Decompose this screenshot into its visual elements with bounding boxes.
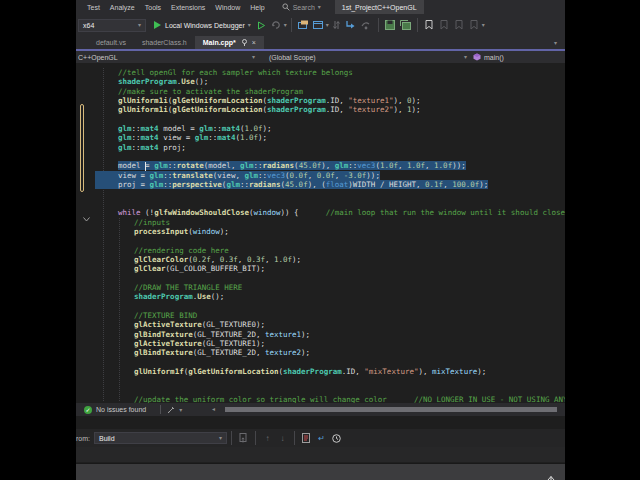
- pin-icon[interactable]: [241, 39, 248, 47]
- platform-combo[interactable]: x64 ▾: [78, 19, 146, 32]
- code-line[interactable]: shaderProgram.Use();: [76, 292, 565, 301]
- bookmark-caret-icon[interactable]: ▾: [482, 22, 485, 28]
- menu-tools[interactable]: Tools: [140, 4, 166, 11]
- output-source-value: Build: [99, 435, 115, 442]
- hot-reload-icon[interactable]: [270, 18, 283, 32]
- app-window-caret-icon[interactable]: ▾: [326, 22, 329, 28]
- step-into-icon[interactable]: [345, 18, 358, 32]
- hscroll-left-arrow-icon[interactable]: ◂: [212, 406, 215, 413]
- code-line[interactable]: //rendering code here: [76, 246, 565, 255]
- debug-target-caret-icon[interactable]: ▾: [248, 22, 251, 28]
- code-line[interactable]: [76, 386, 565, 395]
- save-file-icon[interactable]: [384, 18, 397, 32]
- docwell-caret-icon[interactable]: ▾: [554, 40, 557, 49]
- attach-to-process-icon[interactable]: [297, 18, 310, 32]
- code-cleanup-icon[interactable]: [167, 405, 176, 415]
- next-message-icon[interactable]: ↓: [276, 432, 289, 445]
- output-toolbar: rom: Build ▾ ↑ ↓ ↵: [76, 429, 565, 447]
- hscroll-thumb[interactable]: [225, 407, 557, 412]
- code-line[interactable]: [76, 358, 565, 367]
- scope-caret-icon: ▾: [464, 54, 467, 60]
- code-line[interactable]: [76, 236, 565, 245]
- code-line[interactable]: glm::mat4 proj;: [76, 143, 565, 152]
- solution-title: 1st_ProjectC++OpenGL: [335, 0, 424, 14]
- menu-test[interactable]: Test: [82, 4, 105, 11]
- bookmark-prev-icon[interactable]: [438, 18, 451, 32]
- code-line[interactable]: proj = glm::perspective(glm::radians(45.…: [76, 180, 565, 189]
- code-line[interactable]: //update the uniform color so triangle w…: [76, 395, 565, 403]
- code-line[interactable]: //DRAW THE TRIANGLE HERE: [76, 283, 565, 292]
- code-line[interactable]: glm::mat4 view = glm::mat4(1.0f);: [76, 133, 565, 142]
- toolbar-separator: [291, 18, 292, 32]
- hot-reload-caret-icon[interactable]: ▾: [284, 22, 287, 28]
- health-status: No issues found: [96, 406, 146, 413]
- code-line[interactable]: //TEXTURE BIND: [76, 311, 565, 320]
- code-line[interactable]: [76, 274, 565, 283]
- health-check-icon: ✓: [84, 406, 92, 414]
- code-line[interactable]: while (!glfwWindowShouldClose(window)) {…: [76, 208, 565, 217]
- text-caret: [145, 162, 146, 171]
- selected-text: model = glm::rotate(model, glm::radians(…: [118, 161, 466, 170]
- code-line[interactable]: glm::mat4 model = glm::mat4(1.0f);: [76, 124, 565, 133]
- output-source-combo[interactable]: Build ▾: [94, 432, 227, 444]
- code-line[interactable]: glUniform1i(glGetUniformLocation(shaderP…: [76, 96, 565, 105]
- output-content[interactable]: [76, 447, 565, 462]
- save-all-icon[interactable]: [399, 18, 412, 32]
- step-over-icon[interactable]: [360, 18, 373, 32]
- code-cleanup-caret-icon[interactable]: ▾: [179, 407, 182, 413]
- show-hidden-icons-chevron[interactable]: [547, 468, 555, 480]
- menu-window[interactable]: Window: [210, 4, 245, 11]
- search-box[interactable]: Search ▾: [282, 3, 321, 11]
- code-line[interactable]: //tell openGl for each sampler which tex…: [76, 68, 565, 77]
- code-line[interactable]: //make sure to activate the shaderProgra…: [76, 87, 565, 96]
- show-threads-icon[interactable]: [330, 18, 343, 32]
- code-editor[interactable]: //tell openGl for each sampler which tex…: [76, 63, 565, 403]
- tab-default-vs[interactable]: default.vs: [88, 36, 134, 49]
- app-window-icon[interactable]: [312, 18, 325, 32]
- scope-dropdown[interactable]: (Global Scope) ▾: [261, 51, 473, 63]
- code-line[interactable]: glActiveTexture(GL_TEXTURE0);: [76, 320, 565, 329]
- code-line[interactable]: [76, 189, 565, 198]
- code-line[interactable]: glClear(GL_COLOR_BUFFER_BIT);: [76, 264, 565, 273]
- code-line[interactable]: glUniform1i(glGetUniformLocation(shaderP…: [76, 105, 565, 114]
- code-line[interactable]: glClearColor(0.2f, 0.3f, 0.3f, 1.0f);: [76, 255, 565, 264]
- tab-main-cpp[interactable]: Main.cpp* ×: [195, 36, 264, 49]
- code-line[interactable]: [76, 199, 565, 208]
- code-line[interactable]: shaderProgram.Use();: [76, 77, 565, 86]
- word-wrap-icon[interactable]: ↵: [315, 432, 328, 445]
- tab-shaderclass-h[interactable]: shaderClass.h: [134, 36, 195, 49]
- code-line[interactable]: model = glm::rotate(model, glm::radians(…: [76, 161, 565, 170]
- close-icon[interactable]: ×: [252, 39, 256, 46]
- project-name: C++OpenGL: [78, 54, 118, 61]
- bookmark-next-icon[interactable]: [453, 18, 466, 32]
- debug-target-label[interactable]: Local Windows Debugger: [165, 22, 245, 29]
- start-without-debugging-icon[interactable]: [255, 18, 268, 32]
- menu-analyze[interactable]: Analyze: [105, 4, 140, 11]
- menu-extensions[interactable]: Extensions: [166, 4, 210, 11]
- member-name: main(): [484, 54, 504, 61]
- code-line[interactable]: view = glm::translate(view, glm::vec3(0.…: [76, 171, 565, 180]
- code-line[interactable]: glActiveTexture(GL_TEXTURE1);: [76, 339, 565, 348]
- find-message-icon[interactable]: [237, 432, 250, 445]
- code-line[interactable]: [76, 115, 565, 124]
- code-line[interactable]: //inputs: [76, 218, 565, 227]
- toolbar-separator: [417, 18, 418, 32]
- pane-divider: [76, 416, 565, 429]
- code-line[interactable]: processInput(window);: [76, 227, 565, 236]
- bookmark-toggle-icon[interactable]: [423, 18, 436, 32]
- autoscroll-clock-icon[interactable]: [330, 432, 343, 445]
- clear-all-icon[interactable]: [300, 432, 313, 445]
- start-debugging-icon[interactable]: [154, 21, 161, 29]
- code-line[interactable]: [76, 302, 565, 311]
- bookmark-clear-icon[interactable]: [468, 18, 481, 32]
- code-line[interactable]: glBindTexture(GL_TEXTURE_2D, texture1);: [76, 330, 565, 339]
- code-line[interactable]: glUniform1f(glGetUniformLocation(shaderP…: [76, 367, 565, 376]
- project-dropdown[interactable]: C++OpenGL ▾: [76, 51, 261, 63]
- output-separator: [294, 431, 295, 445]
- code-line[interactable]: glBindTexture(GL_TEXTURE_2D, texture2);: [76, 348, 565, 357]
- code-line[interactable]: [76, 376, 565, 385]
- prev-message-icon[interactable]: ↑: [261, 432, 274, 445]
- member-dropdown[interactable]: main(): [473, 51, 504, 63]
- code-line[interactable]: [76, 152, 565, 161]
- menu-help[interactable]: Help: [245, 4, 269, 11]
